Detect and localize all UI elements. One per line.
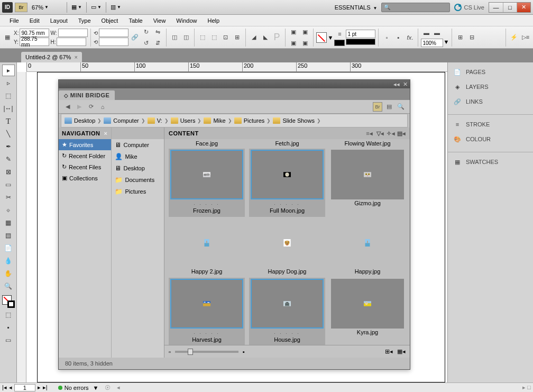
thumbnail-item[interactable]: . . . . .Full Moon.jpg [249,149,325,217]
quick-apply-icon[interactable]: ⚡ [509,32,519,43]
panel-colour[interactable]: 🎨COLOUR [448,132,533,147]
default-colors-icon[interactable]: ⬚ [2,309,15,321]
scissors-tool[interactable]: ✂ [2,192,15,203]
collapse-icon[interactable]: ◂◂ [393,81,400,88]
flip-v-icon[interactable]: ⇵ [153,38,163,48]
thumbnail-item[interactable]: Happy Dog.jpg [249,217,325,278]
apply-color-icon[interactable]: ▪ [2,322,15,333]
folder-mike[interactable]: 👤Mike [112,151,164,162]
pencil-tool[interactable]: ✎ [2,153,15,165]
nav-favorites[interactable]: ★Favorites [59,139,111,150]
close-tab-icon[interactable]: × [74,54,77,60]
nav-recent-files[interactable]: ↻Recent Files [59,161,111,172]
paragraph-icon[interactable]: P [272,32,282,43]
page-number-input[interactable]: 1 [14,384,35,391]
fill-icon[interactable]: ⬚ [209,32,219,43]
zoom-input[interactable]: 100% [421,39,443,47]
panel-swatches[interactable]: ▦SWATCHES [448,154,533,169]
chevron-right-icon[interactable]: ❯ [316,118,322,123]
mb-search-icon[interactable]: 🔍 [396,102,406,112]
hand-tool[interactable]: ✋ [2,268,15,279]
mb-thumb-view-icon[interactable]: ▦◂ [397,348,406,355]
page-first-icon[interactable]: |◂ [2,384,7,391]
thumbnail-item[interactable]: Gizmo.jpg [329,149,406,209]
pen-tool[interactable]: ✒ [2,141,15,152]
mb-close-icon[interactable]: ✕ [403,81,408,88]
thumbnail-item[interactable]: . . . . .Frozen.jpg [169,149,245,217]
effects-icon[interactable]: ▫ [381,32,392,43]
select-content-icon[interactable]: ◫ [181,32,191,43]
frame-tool[interactable]: ⊠ [2,166,15,178]
chevron-right-icon[interactable]: ❯ [140,118,146,123]
thumbnail-item[interactable]: Kyra.jpg [329,278,406,339]
crumb-mike[interactable]: Mike [204,117,225,124]
wrap2-icon[interactable]: ▣ [288,38,299,48]
screen-mode-icon[interactable]: ▭▼ [90,2,103,13]
chevron-right-icon[interactable]: ❯ [163,118,170,123]
folder-pictures[interactable]: 📁Pictures [112,186,164,197]
rating-dots[interactable]: . . . . . [194,329,220,336]
page-last-icon[interactable]: ▸| [43,384,48,391]
mb-tab[interactable]: ◇ MINI BRIDGE [59,90,115,100]
y-input[interactable]: 288.75 mm [20,38,49,46]
panel-menu-icon[interactable]: ▷≡ [520,32,531,43]
thumbnail-item[interactable]: . . . . .House.jpg [249,278,325,345]
panel-links[interactable]: 🔗LINKS [448,94,533,109]
line-tool[interactable]: ╲ [2,128,15,140]
zoom-tool[interactable]: 🔍 [2,280,15,292]
panel-layers[interactable]: ◈LAYERS [448,79,533,94]
gap-tool[interactable]: |↔| [2,103,15,114]
menu-view[interactable]: View [148,17,171,24]
wrap1-icon[interactable]: ▣ [288,26,299,37]
thumbnail-item[interactable]: Happy 2.jpg [169,217,245,278]
maximize-button[interactable]: □ [503,3,517,12]
bridge-button[interactable]: Br [15,3,27,12]
crumb-computer[interactable]: Computer [104,117,139,124]
eyedropper-tool[interactable]: 💧 [2,255,15,267]
mb-grid-view-icon[interactable]: ⊞◂ [385,348,393,355]
chevron-right-icon[interactable]: ❯ [227,118,233,123]
panel-pages[interactable]: 📄PAGES [448,65,533,79]
document-tab[interactable]: Untitled-2 @ 67%× [21,52,82,62]
fit-prop-icon[interactable]: ⊞ [232,32,243,43]
stroke-weight-input[interactable]: 1 pt [346,30,375,38]
fill-stroke-swatches[interactable] [2,295,15,308]
page-prev-icon[interactable]: ◂ [9,384,12,391]
center-icon[interactable]: ⊡ [220,32,231,43]
corner2-icon[interactable]: ◣ [260,32,271,43]
mb-sort-icon[interactable]: ≡◂ [365,129,374,138]
wrap3-icon[interactable]: ▣ [300,26,310,37]
scale-y-input[interactable] [99,38,128,46]
menu-type[interactable]: Type [73,17,96,24]
rating-dots[interactable]: . . . . . [194,199,220,207]
menu-help[interactable]: Help [202,17,225,24]
preflight-status[interactable]: No errors [65,385,89,391]
view-mode-icon[interactable]: ▭ [2,334,15,346]
mb-zoom-in-icon[interactable]: ▪ [243,349,245,355]
stroke-style-input[interactable] [346,39,375,45]
opacity-icon[interactable]: ▪ [393,32,403,43]
h-input[interactable] [57,38,86,46]
gradient-tool[interactable]: ▦ [2,217,15,229]
workspace-switcher[interactable]: ESSENTIALS ▼ [330,4,382,11]
mb-thumb-slider[interactable] [175,351,238,353]
stroke-weight-icon[interactable]: ≡ [334,29,345,39]
mb-nav-close-icon[interactable]: × [104,130,108,136]
fill-swatch[interactable] [316,32,327,43]
folder-documents[interactable]: 📁Documents [112,174,164,186]
arrange-icon[interactable]: ▥▼ [109,2,122,13]
select-container-icon[interactable]: ◫ [169,32,180,43]
page-next-icon[interactable]: ▸ [38,384,41,391]
zoom-dropdown[interactable]: 67%▼ [32,4,63,11]
nav-recent-folder[interactable]: ↻Recent Folder [59,150,111,161]
mb-home-icon[interactable]: ⌂ [98,102,107,112]
panel-stroke[interactable]: ≡STROKE [448,117,533,132]
menu-layout[interactable]: Layout [45,17,73,24]
chevron-right-icon[interactable]: ❯ [196,118,203,123]
chevron-right-icon[interactable]: ❯ [96,118,103,123]
gradient-feather-tool[interactable]: ▤ [2,230,15,241]
align-panel-icon[interactable]: ⊞ [455,32,465,43]
menu-table[interactable]: Table [123,17,148,24]
search-field[interactable]: 🔍 [381,3,450,12]
rotate-ccw-icon[interactable]: ↺ [141,38,152,48]
